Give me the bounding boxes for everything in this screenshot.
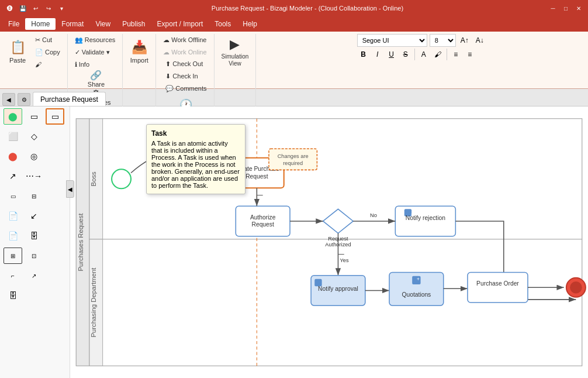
- svg-rect-44: [468, 273, 528, 303]
- tool-row-3: ⬤ ◎: [0, 146, 70, 166]
- menu-help[interactable]: Help: [237, 18, 263, 30]
- info-button[interactable]: ℹ Info: [71, 59, 119, 70]
- work-offline-button[interactable]: ☁ Work Offline: [160, 34, 210, 46]
- tool-intermediate[interactable]: ◎: [25, 148, 43, 164]
- nav-back-button[interactable]: ◀: [2, 93, 15, 106]
- comments-button[interactable]: 💬 Comments: [162, 83, 210, 94]
- work-offline-icon: ☁: [163, 36, 170, 44]
- check-in-icon: ⬇: [165, 73, 171, 80]
- check-in-label: Check In: [172, 73, 198, 80]
- highlight-button[interactable]: 🖌: [431, 48, 444, 61]
- tool-data-object[interactable]: 📄: [4, 228, 22, 244]
- tool-extra2[interactable]: ↗: [25, 267, 43, 284]
- quick-access-toolbar[interactable]: 🅑 💾 ↩ ↪ ▾: [5, 3, 67, 13]
- share-icon: 🔗: [90, 70, 102, 81]
- bold-button[interactable]: B: [357, 48, 370, 61]
- work-online-icon: ☁: [163, 49, 170, 56]
- svg-text:Request: Request: [245, 173, 268, 180]
- menu-publish[interactable]: Publish: [116, 18, 151, 30]
- menu-tools[interactable]: Tools: [209, 18, 237, 30]
- menu-home[interactable]: Home: [25, 18, 56, 30]
- simulation-label: SimulationView: [222, 53, 249, 67]
- tool-end-event[interactable]: ⬤: [4, 148, 22, 164]
- process-tab-label: Purchase Request: [40, 95, 98, 104]
- italic-button[interactable]: I: [371, 48, 384, 61]
- tool-extra1[interactable]: ⌐: [4, 267, 22, 284]
- process-tab[interactable]: Purchase Request: [33, 92, 106, 106]
- toolbox: ⬤ ▭ ▭ ⬜ ◇ ⬤ ◎ ↗ ⋯→ ▭ ⊟ 📄 ↙ 📄 🗄 ⊞: [0, 106, 70, 378]
- menu-format[interactable]: Format: [56, 18, 89, 30]
- format-painter-icon: 🖌: [35, 61, 41, 68]
- resources-icon: 👥: [75, 36, 83, 44]
- info-label: Info: [79, 61, 89, 68]
- minimize-btn[interactable]: ─: [548, 4, 558, 13]
- tool-annotation2[interactable]: ↙: [25, 208, 43, 224]
- tool-gateway[interactable]: ◇: [25, 128, 43, 145]
- validate-label: Validate ▾: [82, 49, 110, 56]
- menu-file[interactable]: File: [2, 18, 25, 30]
- tool-start-event[interactable]: ⬤: [4, 108, 22, 125]
- decrease-font-button[interactable]: A↓: [473, 34, 486, 47]
- canvas-area[interactable]: Task A Task is an atomic activity that i…: [70, 106, 588, 378]
- paste-label: Paste: [9, 57, 26, 64]
- font-color-button[interactable]: A: [417, 48, 430, 61]
- tooltip-title: Task: [151, 129, 240, 138]
- qa-dropdown-btn[interactable]: ▾: [56, 3, 67, 13]
- check-out-button[interactable]: ⬆ Check Out: [162, 58, 210, 70]
- tool-lane[interactable]: ⊟: [25, 188, 43, 204]
- paste-icon: 📋: [10, 40, 26, 55]
- strikethrough-button[interactable]: S: [399, 48, 412, 61]
- underline-button[interactable]: U: [385, 48, 398, 61]
- save-btn[interactable]: 💾: [18, 3, 28, 13]
- tool-boundary[interactable]: ⬜: [4, 128, 22, 145]
- tool-annotation[interactable]: 📄: [4, 208, 22, 224]
- tool-pool[interactable]: ▭: [4, 188, 22, 204]
- simulation-view-button[interactable]: ▶ SimulationView: [218, 34, 253, 70]
- menu-view[interactable]: View: [89, 18, 116, 30]
- undo-btn[interactable]: ↩: [30, 3, 41, 13]
- svg-text:Purchase Order: Purchase Order: [476, 280, 519, 287]
- font-size-select[interactable]: 8: [430, 34, 456, 47]
- diagram-buttons: ☁ Work Offline ☁ Work Online: [160, 34, 210, 58]
- format-painter-button[interactable]: 🖌: [32, 59, 64, 70]
- window-controls[interactable]: ─ □ ✕: [548, 4, 583, 13]
- redo-btn[interactable]: ↪: [43, 3, 54, 13]
- tool-row-8: ⊞ ⊡: [0, 246, 70, 266]
- tool-association[interactable]: ⋯→: [25, 168, 43, 184]
- cut-button[interactable]: ✂ Cut: [32, 34, 64, 46]
- menu-export-import[interactable]: Export / Import: [151, 18, 209, 30]
- work-online-button[interactable]: ☁ Work Online: [160, 46, 210, 58]
- work-offline-label: Work Offline: [171, 36, 206, 43]
- task-tooltip: Task A Task is an atomic activity that i…: [146, 124, 245, 194]
- tool-collapsed[interactable]: ⊡: [25, 248, 43, 264]
- validate-button[interactable]: ✓ Validate ▾: [71, 46, 119, 58]
- toolbox-collapse-button[interactable]: ◀: [66, 180, 74, 198]
- nav-back-icon: ◀: [6, 97, 11, 103]
- increase-font-button[interactable]: A↑: [458, 34, 471, 47]
- maximize-btn[interactable]: □: [561, 4, 570, 13]
- model-buttons: 👥 Resources ✓ Validate ▾ ℹ Info: [71, 34, 119, 70]
- share-button[interactable]: 🔗 Share: [78, 70, 114, 88]
- close-btn[interactable]: ✕: [574, 4, 583, 13]
- tool-data-store[interactable]: 🗄: [25, 228, 43, 244]
- svg-rect-36: [314, 279, 321, 286]
- check-in-button[interactable]: ⬇ Check In: [162, 70, 210, 82]
- window-title: Purchase Request - Bizagi Modeler - (Clo…: [67, 5, 548, 12]
- resources-button[interactable]: 👥 Resources: [71, 34, 119, 46]
- tool-sequence[interactable]: ↗: [4, 168, 22, 184]
- tool-task[interactable]: ▭: [25, 108, 43, 125]
- tool-selected-rect[interactable]: ▭: [46, 108, 64, 125]
- validate-icon: ✓: [75, 49, 80, 56]
- align-right-button[interactable]: ≡: [464, 48, 476, 61]
- check-out-icon: ⬆: [165, 60, 171, 68]
- align-left-button[interactable]: ≡: [449, 48, 462, 61]
- import-button[interactable]: 📥 Import: [126, 34, 152, 70]
- font-family-select[interactable]: Segoe UI: [357, 34, 427, 47]
- paste-button[interactable]: 📋 Paste: [5, 34, 30, 70]
- svg-text:Notify rejection: Notify rejection: [406, 215, 445, 221]
- formatting-bar2: B I U S A 🖌 ≡ ≡: [352, 48, 481, 61]
- tool-db[interactable]: 🗄: [4, 287, 22, 304]
- copy-button[interactable]: 📄 Copy: [32, 46, 64, 58]
- tab-settings-button[interactable]: ⚙: [18, 93, 30, 106]
- tool-subprocess[interactable]: ⊞: [4, 248, 22, 264]
